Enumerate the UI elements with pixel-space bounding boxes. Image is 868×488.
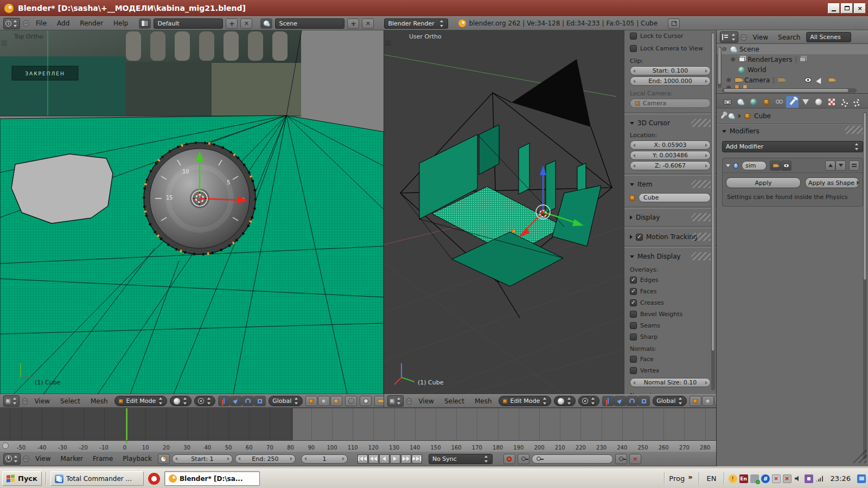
tab-modifiers[interactable]	[786, 96, 799, 108]
mode-selector[interactable]: Edit Mode	[499, 396, 552, 406]
minimize-button[interactable]	[828, 3, 840, 14]
panel-drag-hatch[interactable]	[691, 119, 711, 127]
collapse-icon[interactable]: ⊖	[721, 46, 727, 53]
tray-policy-icon[interactable]: ×	[783, 474, 792, 483]
taskbar-clock[interactable]: 23:26	[831, 474, 851, 483]
orientation-selector[interactable]: Global	[653, 396, 687, 406]
item-name-field[interactable]: Cube	[639, 193, 711, 202]
timeline-track[interactable]	[0, 408, 716, 441]
editor-type-selector[interactable]: i	[3, 18, 20, 29]
edges-checkbox[interactable]	[630, 277, 637, 284]
tab-object[interactable]	[760, 96, 773, 108]
properties-scrollbar[interactable]	[863, 112, 867, 459]
tab-physics[interactable]	[851, 96, 864, 108]
menu-render[interactable]: Render	[76, 20, 107, 27]
collapse-menus-icon[interactable]: −	[23, 455, 29, 462]
apply-button[interactable]: Apply	[726, 177, 801, 188]
manipulator-toggle-button[interactable]	[218, 396, 230, 406]
scale-manipulator-button[interactable]	[638, 396, 650, 406]
tray-volume-icon[interactable]	[794, 474, 802, 483]
screen-layout-icon[interactable]	[139, 18, 151, 29]
scene-icon[interactable]	[260, 18, 272, 29]
bevel-weights-checkbox[interactable]	[630, 311, 637, 318]
collapse-menus-icon[interactable]: −	[406, 398, 412, 404]
outliner-row-world[interactable]: World	[717, 65, 868, 75]
current-frame-field[interactable]: 1	[301, 454, 348, 464]
move-up-button[interactable]	[825, 160, 835, 171]
tray-eject-icon[interactable]: ×	[772, 474, 781, 483]
mode-selector[interactable]: Edit Mode	[114, 396, 168, 406]
tray-bluetooth-icon[interactable]: B	[761, 474, 770, 483]
backdrop-triangle-face[interactable]	[512, 59, 591, 127]
occlude-geometry-button[interactable]	[360, 396, 372, 406]
tray-usb-icon[interactable]	[750, 474, 759, 483]
frame-end-slider[interactable]: End: 250	[235, 454, 296, 464]
normals-vertex-row[interactable]: Vertex	[630, 366, 711, 375]
menu-view[interactable]: View	[749, 34, 772, 41]
rotate-manipulator-button[interactable]	[242, 396, 254, 406]
insert-keyframe-button[interactable]	[615, 454, 627, 464]
collapse-menus-icon[interactable]: −	[23, 20, 29, 27]
translate-manipulator-button[interactable]	[230, 396, 242, 406]
timeline-ruler[interactable]: -50-40-30-20-100102030405060708090100110…	[0, 440, 716, 452]
menu-view[interactable]: View	[31, 455, 54, 463]
npanel-scrollbar[interactable]	[711, 33, 715, 390]
tab-material[interactable]	[812, 96, 825, 108]
panel-drag-hatch[interactable]	[845, 126, 864, 134]
render-visibility-toggle[interactable]	[770, 160, 781, 171]
editor-type-selector[interactable]	[3, 395, 20, 407]
panel-header-motion-tracking[interactable]: Motion Tracking	[630, 232, 711, 242]
snap-target-button[interactable]	[702, 396, 714, 406]
lock-to-cursor-checkbox[interactable]	[630, 33, 637, 40]
rotate-manipulator-button[interactable]	[626, 396, 638, 406]
sync-mode-selector[interactable]: No Sync	[429, 454, 493, 464]
collapse-menus-icon[interactable]: −	[741, 34, 747, 41]
modifier-expand-icon[interactable]	[726, 164, 730, 167]
delete-scene-button[interactable]: ✕	[362, 18, 374, 29]
keying-mode-button[interactable]	[518, 454, 529, 464]
proportional-edit-button[interactable]	[345, 396, 357, 406]
snap-peel-button[interactable]	[330, 396, 342, 406]
overlay-sharp-row[interactable]: Sharp	[630, 332, 711, 341]
maximize-button[interactable]	[841, 3, 853, 14]
scroller-knob[interactable]	[2, 442, 9, 449]
tab-texture[interactable]	[825, 96, 838, 108]
task-blender[interactable]: Blender* [D:\sa...	[164, 471, 260, 486]
editor-type-selector[interactable]	[3, 453, 21, 465]
play-reverse-button[interactable]	[379, 454, 390, 464]
viewport-left[interactable]: ЗАКРЕПЛЕН 15	[0, 30, 384, 394]
panel-header-modifiers[interactable]: Modifiers	[717, 125, 868, 137]
cursor-y-slider[interactable]: Y: 0.003486	[630, 151, 711, 160]
normals-face-row[interactable]: Face	[630, 355, 711, 363]
modifier-extras-button[interactable]	[849, 160, 859, 171]
region-corner-widget[interactable]	[385, 40, 391, 46]
pivot-point-selector[interactable]	[578, 396, 599, 406]
menu-select[interactable]: Select	[441, 397, 468, 405]
tab-world[interactable]	[747, 96, 760, 108]
overlay-edges-row[interactable]: Edges	[630, 275, 711, 284]
cursor-z-slider[interactable]: Z: -0.6067	[630, 161, 711, 170]
playhead[interactable]	[126, 408, 127, 441]
viewport-shading-selector[interactable]	[554, 396, 576, 406]
menu-frame[interactable]: Frame	[89, 455, 117, 463]
panel-drag-hatch[interactable]	[691, 213, 711, 221]
panel-header-3d-cursor[interactable]: 3D Cursor	[630, 118, 711, 129]
viewport-left-canvas[interactable]: ЗАКРЕПЛЕН 15	[0, 30, 384, 394]
tray-app-icon[interactable]	[805, 474, 813, 483]
start-button[interactable]: Пуск	[2, 471, 42, 486]
menu-playback[interactable]: Playback	[119, 455, 156, 463]
use-preview-range-button[interactable]	[158, 454, 170, 464]
outliner-filter-selector[interactable]: All Scenes	[806, 32, 851, 42]
lock-camera-checkbox[interactable]	[630, 45, 637, 52]
title-bar[interactable]: Blender* [D:\sasha\+__МОДЕЛИ\kabina_mig2…	[0, 0, 868, 16]
menu-help[interactable]: Help	[110, 20, 132, 27]
motion-tracking-checkbox[interactable]	[636, 234, 643, 241]
previous-keyframe-button[interactable]	[368, 454, 379, 464]
editor-type-selector[interactable]	[720, 31, 738, 43]
move-down-button[interactable]	[835, 160, 846, 171]
tray-punto-icon[interactable]: En	[739, 474, 748, 483]
lock-camera-row[interactable]: Lock Camera to View	[630, 44, 711, 53]
outliner-vscrollbar[interactable]	[718, 47, 722, 88]
add-layout-button[interactable]: +	[226, 18, 238, 29]
panel-header-display[interactable]: Display	[630, 212, 711, 223]
